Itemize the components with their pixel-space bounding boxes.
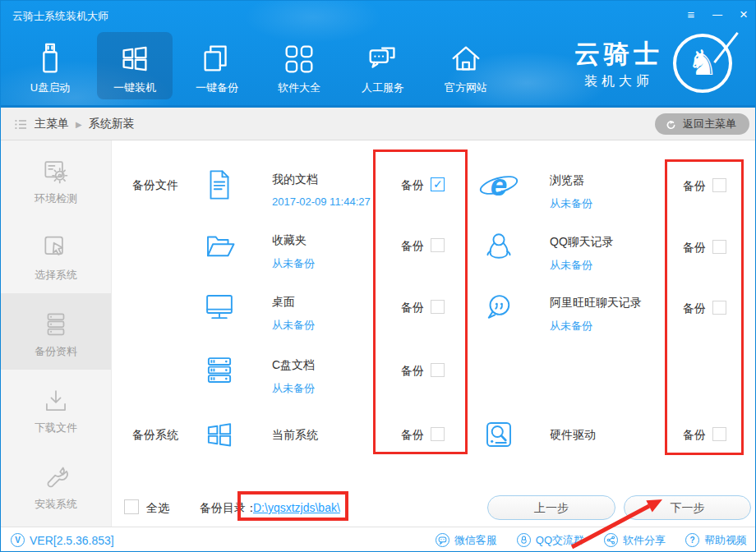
- sidebar: 环境检测 选择系统 备份资料 下载文件 安装系统: [1, 140, 112, 527]
- backup-checkbox-label: 备份: [683, 301, 706, 316]
- footer-link-label: 微信客服: [454, 533, 497, 548]
- sidebar-item-label: 下载文件: [35, 421, 77, 435]
- backup-checkbox-label: 备份: [401, 364, 424, 379]
- breadcrumb: 主菜单 ▶ 系统新装: [14, 108, 135, 140]
- sidebar-item-label: 安装系统: [35, 497, 77, 512]
- knight-logo-icon: ♞: [673, 34, 732, 93]
- nav-label: 软件大全: [278, 80, 320, 95]
- sidebar-item-label: 选择系统: [35, 268, 77, 283]
- sidebar-item-label: 备份资料: [35, 344, 77, 359]
- server-stack-icon: [40, 309, 71, 340]
- sidebar-item-select-system[interactable]: 选择系统: [1, 217, 111, 293]
- windows-grid-icon: [116, 40, 154, 78]
- item-title: 硬件驱动: [550, 428, 596, 443]
- qq-icon: [517, 533, 531, 547]
- item-title: C盘文档: [272, 358, 315, 373]
- drive-search-icon: [482, 417, 516, 452]
- footer-link-label: 软件分享: [623, 533, 666, 548]
- next-step-button[interactable]: 下一步: [624, 495, 751, 520]
- sidebar-item-install-system[interactable]: 安装系统: [1, 446, 111, 522]
- brand-logo: 云骑士 装机大师 ♞: [574, 34, 732, 93]
- sidebar-item-download-files[interactable]: 下载文件: [1, 370, 111, 446]
- breadcrumb-root[interactable]: 主菜单: [35, 117, 69, 131]
- item-title: 阿里旺旺聊天记录: [550, 296, 642, 310]
- nav-live-service[interactable]: 人工服务: [345, 32, 421, 99]
- backup-checkbox-label: 备份: [683, 179, 706, 194]
- wrench-icon: [40, 462, 71, 493]
- window-title: 云骑士系统装机大师: [12, 9, 108, 24]
- menu-icon[interactable]: ≡: [681, 6, 701, 24]
- backup-row-wangwang-history: 阿里旺旺聊天记录 从未备份 备份: [112, 285, 756, 331]
- version-info: V VER[2.5.36.853]: [11, 533, 114, 547]
- wangwang-bubble-icon: [482, 291, 516, 325]
- knight-glyph: ♞: [687, 46, 718, 80]
- backup-dir-label: 备份目录：: [200, 501, 257, 516]
- copy-icon: [198, 40, 236, 78]
- close-icon[interactable]: ×: [734, 6, 754, 24]
- chat-bubbles-icon: [364, 40, 402, 78]
- cursor-select-icon: [40, 232, 71, 264]
- version-text: VER[2.5.36.853]: [30, 534, 114, 547]
- select-all-checkbox[interactable]: [124, 499, 139, 514]
- item-status: 从未备份: [550, 258, 592, 273]
- backup-checkbox[interactable]: [712, 301, 726, 315]
- prev-step-button[interactable]: 上一步: [487, 495, 615, 520]
- qq-penguin-icon: [482, 230, 516, 264]
- status-bar: V VER[2.5.36.853] 微信客服 QQ交流群 软件分享: [1, 527, 756, 552]
- backup-checkbox[interactable]: [712, 178, 726, 192]
- nav-one-click-backup[interactable]: 一键备份: [179, 32, 255, 99]
- box-gear-icon: [40, 156, 71, 187]
- wechat-service-link[interactable]: 微信客服: [436, 533, 497, 548]
- backup-checkbox[interactable]: [431, 363, 445, 377]
- nav-label: 人工服务: [362, 80, 404, 95]
- footer-link-label: 帮助视频: [704, 533, 747, 548]
- back-to-main-menu-button[interactable]: 返回主菜单: [655, 113, 749, 135]
- footer-link-label: QQ交流群: [536, 533, 584, 548]
- share-icon: [604, 533, 618, 547]
- help-video-link[interactable]: ? 帮助视频: [685, 533, 747, 548]
- sidebar-item-backup-data[interactable]: 备份资料: [1, 293, 111, 370]
- header: 云骑士系统装机大师 ≡ — × U盘启动 一键装机 一键备份 软件大全: [1, 1, 756, 108]
- ie-browser-icon: e: [482, 168, 516, 203]
- undo-arrow-icon: [665, 118, 677, 131]
- item-status: 从未备份: [550, 319, 592, 334]
- item-title: 浏览器: [550, 173, 584, 188]
- app-window: 云骑士系统装机大师 ≡ — × U盘启动 一键装机 一键备份 软件大全: [0, 0, 756, 552]
- backup-checkbox[interactable]: [712, 427, 726, 441]
- wechat-icon: [436, 533, 449, 547]
- sidebar-item-label: 环境检测: [35, 191, 77, 206]
- nav-label: U盘启动: [30, 80, 70, 95]
- qq-group-link[interactable]: QQ交流群: [517, 533, 584, 548]
- breadcrumb-current: 系统新装: [89, 117, 135, 131]
- backup-dir-link[interactable]: D:\yqsxtzjds\bak\: [253, 501, 340, 514]
- item-title: QQ聊天记录: [550, 235, 614, 250]
- backup-row-c-drive-docs: C盘文档 从未备份 备份: [112, 347, 756, 393]
- backup-row-browser: e 浏览器 从未备份 备份: [112, 163, 756, 209]
- backup-row-hardware-drivers: 硬件驱动 备份: [112, 412, 756, 458]
- list-icon: [14, 117, 28, 131]
- nav-label: 一键装机: [113, 80, 156, 95]
- sidebar-item-env-check[interactable]: 环境检测: [1, 140, 111, 217]
- select-all-label: 全选: [146, 501, 169, 516]
- logo-line2: 装机大师: [574, 73, 663, 90]
- help-icon: ?: [685, 533, 699, 547]
- usb-drive-icon: [31, 40, 69, 78]
- nav-label: 官方网站: [445, 80, 487, 95]
- logo-line1: 云骑士: [574, 37, 663, 71]
- breadcrumb-bar: 主菜单 ▶ 系统新装 返回主菜单: [1, 108, 756, 140]
- drive-c-icon: [202, 353, 237, 388]
- share-software-link[interactable]: 软件分享: [604, 533, 666, 548]
- back-button-label: 返回主菜单: [683, 117, 736, 131]
- backup-checkbox[interactable]: [712, 240, 726, 254]
- nav-software-collection[interactable]: 软件大全: [261, 32, 337, 99]
- backup-checkbox-label: 备份: [683, 241, 706, 255]
- item-status: 从未备份: [272, 381, 315, 396]
- nav-usb-boot[interactable]: U盘启动: [12, 32, 88, 99]
- nav-label: 一键备份: [196, 80, 238, 95]
- minimize-icon[interactable]: —: [708, 6, 727, 24]
- nav-official-website[interactable]: 官方网站: [428, 32, 504, 99]
- apps-grid-icon: [280, 40, 318, 78]
- backup-row-qq-history: QQ聊天记录 从未备份 备份: [112, 224, 756, 270]
- nav-one-click-install[interactable]: 一键装机: [97, 32, 173, 99]
- backup-panel: 备份文件 备份系统 我的文档 2017-02-09 11:44:27 备份 收藏…: [112, 140, 756, 527]
